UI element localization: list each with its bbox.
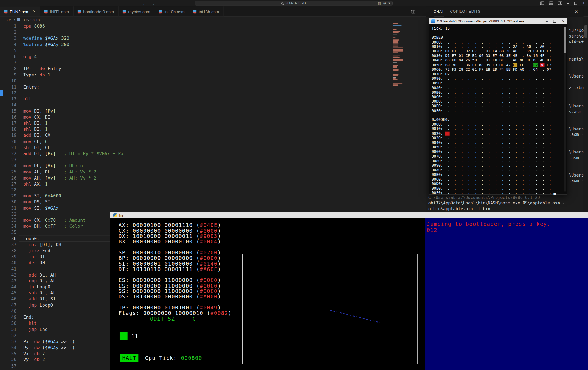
code-line[interactable]: jb Loop0 bbox=[23, 284, 123, 290]
code-line[interactable]: dec DH bbox=[23, 260, 123, 266]
cpu-status-row: HALT Cpu Tick: 000800 bbox=[120, 354, 202, 362]
memory-dump-window[interactable]: C:\Users\abi37\Documents\Projects\8086_6… bbox=[429, 18, 567, 195]
code-line[interactable]: %define $VGAy 200 bbox=[23, 41, 123, 47]
dump-scrollbar[interactable] bbox=[564, 27, 566, 191]
code-line[interactable] bbox=[23, 156, 123, 163]
settings-gear-icon[interactable]: ⚙ bbox=[383, 1, 386, 5]
code-line[interactable]: End: bbox=[23, 314, 123, 320]
code-line[interactable] bbox=[23, 29, 123, 35]
code-line[interactable]: cpu 8086 bbox=[23, 23, 123, 29]
code-line[interactable] bbox=[23, 47, 123, 53]
code-line[interactable] bbox=[23, 229, 123, 235]
back-icon[interactable]: ← bbox=[142, 1, 147, 5]
emulator-window[interactable]: hii AX: 00000100 00001110 (#040E)CX: 000… bbox=[110, 212, 588, 370]
code-line[interactable] bbox=[23, 332, 123, 338]
chevron-down-icon[interactable]: ▾ bbox=[388, 1, 390, 5]
scrollbar-thumb[interactable] bbox=[584, 25, 587, 38]
breadcrumb-root[interactable]: OS bbox=[7, 18, 12, 22]
code-line[interactable]: shl AX, 1 bbox=[23, 181, 123, 187]
code-line[interactable]: mov SI, 0xA000 bbox=[23, 193, 123, 199]
tab-copilot-edits[interactable]: COPILOT EDITS bbox=[450, 7, 480, 17]
split-editor-icon[interactable] bbox=[411, 10, 415, 13]
code-line[interactable]: hlt bbox=[23, 96, 123, 102]
code-line[interactable]: mov DH, 0xFF ; Color bbox=[23, 223, 123, 229]
code-line[interactable] bbox=[23, 308, 123, 314]
code-line[interactable]: mov CL, 6 bbox=[23, 138, 123, 144]
code-line[interactable]: %define $VGAx 320 bbox=[23, 35, 123, 41]
code-line[interactable]: mov DI, [Py] bbox=[23, 108, 123, 114]
code-line[interactable]: inc DI bbox=[23, 254, 123, 260]
chat-close-icon[interactable]: ✕ bbox=[575, 9, 578, 14]
code-line[interactable] bbox=[23, 363, 123, 369]
minimize-icon[interactable]: – bbox=[567, 1, 569, 5]
code-line[interactable]: Px: dw ($VGAx >> 1) bbox=[23, 338, 123, 345]
code-line[interactable]: Vy: db 2 bbox=[23, 357, 123, 363]
dump-window-titlebar[interactable]: C:\Users\abi37\Documents\Projects\8086_6… bbox=[429, 18, 567, 24]
close-tab-icon[interactable]: ✕ bbox=[33, 10, 36, 13]
code-line[interactable]: mov CX, 0x70 ; Amount bbox=[23, 217, 123, 223]
tab-mybios.asm[interactable]: mybios.asm bbox=[119, 6, 155, 16]
customize-layout-icon[interactable] bbox=[558, 1, 562, 5]
code-line[interactable]: jmp End bbox=[23, 326, 123, 332]
dump-maximize-icon[interactable] bbox=[553, 20, 556, 23]
tab-int13h.asm[interactable]: int13h.asm bbox=[189, 6, 223, 16]
code-line[interactable] bbox=[23, 90, 123, 96]
tab-int10h.asm[interactable]: int10h.asm bbox=[155, 6, 189, 16]
code-line[interactable]: add DI, SI bbox=[23, 296, 123, 302]
maximize-icon[interactable] bbox=[574, 2, 577, 5]
code-line[interactable]: mov CX, DI bbox=[23, 114, 123, 120]
code-line[interactable] bbox=[23, 187, 123, 193]
code-line[interactable]: add DI, [Px] ; DI = Py * $VGAx + Px bbox=[23, 150, 123, 156]
breadcrumb[interactable]: OS › FUN2.asm bbox=[0, 17, 426, 23]
code-line[interactable]: mov AL, DL ; AL: Vx * 2 bbox=[23, 169, 123, 175]
tab-bootloader0.asm[interactable]: bootloader0.asm bbox=[74, 6, 119, 16]
code-line[interactable]: mov DL, [Vx] ; DL: n bbox=[23, 163, 123, 169]
tab-INIT1.asm[interactable]: INIT1.asm bbox=[40, 6, 73, 16]
code-line[interactable]: IP: dw Entry bbox=[23, 66, 123, 72]
code-line[interactable]: Type: db 1 bbox=[23, 72, 123, 78]
forward-icon[interactable]: → bbox=[151, 1, 155, 5]
code-line[interactable]: cmp DL, AL bbox=[23, 278, 123, 284]
code-line[interactable]: Entry: bbox=[23, 84, 123, 90]
code-line[interactable] bbox=[23, 59, 123, 66]
close-icon[interactable]: ✕ bbox=[582, 1, 585, 5]
toggle-sidebar-icon[interactable] bbox=[540, 1, 544, 5]
code-line[interactable]: sub DL, AL bbox=[23, 290, 123, 296]
code-line[interactable] bbox=[23, 102, 123, 108]
code-line[interactable]: mov DS, SI bbox=[23, 199, 123, 205]
code-line[interactable]: mov AH, [Vy] ; AH: Vy * 2 bbox=[23, 175, 123, 181]
code-line[interactable]: shl DI, 1 bbox=[23, 120, 123, 126]
code-line[interactable]: jcxz End bbox=[23, 247, 123, 254]
copilot-icon[interactable]: ▦ bbox=[378, 1, 381, 5]
code-line[interactable]: add DI, CX bbox=[23, 132, 123, 138]
dump-minimize-icon[interactable]: – bbox=[546, 19, 548, 23]
emulator-titlebar[interactable]: hii bbox=[110, 212, 588, 218]
code-line[interactable] bbox=[23, 369, 123, 370]
editor-more-actions-icon[interactable]: ⋯ bbox=[420, 9, 424, 14]
code-line[interactable]: jmp Loop0 bbox=[23, 302, 123, 308]
code-line[interactable]: shl DI, 1 bbox=[23, 126, 123, 132]
chat-more-icon[interactable]: ⋯ bbox=[566, 9, 570, 14]
code-line[interactable] bbox=[23, 211, 123, 217]
breadcrumb-file[interactable]: FUN2.asm bbox=[22, 18, 40, 22]
code-line[interactable] bbox=[23, 78, 123, 84]
toggle-panel-icon[interactable] bbox=[549, 1, 553, 5]
dump-close-icon[interactable]: ✕ bbox=[562, 19, 565, 23]
code-line[interactable]: add DL, AH bbox=[23, 272, 123, 278]
code-line[interactable] bbox=[23, 266, 123, 272]
dump-scrollbar-thumb[interactable] bbox=[564, 27, 566, 53]
code-line[interactable]: org 4 bbox=[23, 53, 123, 59]
code-line[interactable]: mov SI, $VGAx bbox=[23, 205, 123, 211]
code-line[interactable]: Py: dw ($VGAy >> 1) bbox=[23, 345, 123, 351]
code-line[interactable]: hlt bbox=[23, 320, 123, 326]
code-line[interactable]: shl DI, CL bbox=[23, 144, 123, 150]
minimap[interactable] bbox=[393, 23, 403, 89]
titlebar[interactable]: ← → 8086_6.1_2D ▦ ⚙ ▾ – ✕ bbox=[0, 0, 588, 6]
code-line[interactable]: Loop0: bbox=[23, 235, 123, 241]
code-line[interactable]: mov [DI], DH bbox=[23, 241, 123, 247]
search-box[interactable]: 8086_6.1_2D ▦ ⚙ ▾ bbox=[195, 1, 393, 6]
code-line[interactable]: Vx: db 7 bbox=[23, 351, 123, 357]
tab-FUN2.asm[interactable]: FUN2.asm✕ bbox=[0, 6, 40, 16]
tab-chat[interactable]: CHAT bbox=[434, 7, 444, 17]
code-content[interactable]: cpu 8086 %define $VGAx 320%define $VGAy … bbox=[23, 23, 123, 370]
